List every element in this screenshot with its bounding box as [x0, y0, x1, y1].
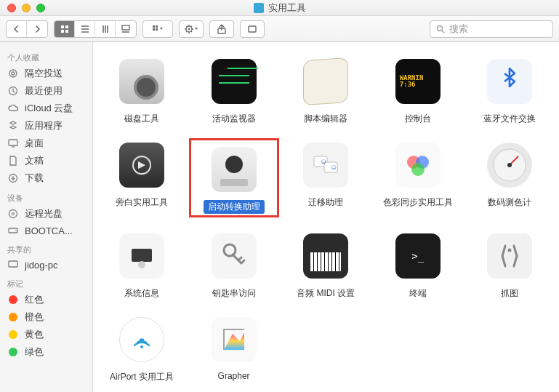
sidebar-item-label: 下载 [25, 172, 44, 185]
svg-rect-34 [132, 249, 152, 262]
midi-app-icon [299, 230, 352, 282]
sidebar-section-label: 标记 [0, 277, 92, 291]
svg-point-15 [12, 72, 15, 75]
app-item[interactable]: WARNIN 7:36控制台 [374, 55, 462, 126]
svg-rect-7 [153, 28, 155, 31]
arrange-button[interactable] [143, 21, 172, 37]
svg-rect-23 [9, 261, 17, 267]
svg-point-33 [507, 163, 512, 167]
app-label: 活动监视器 [208, 112, 260, 126]
app-item[interactable]: 音频 MIDI 设置 [281, 230, 370, 300]
bt-app-icon [483, 55, 536, 108]
grapher-app-icon [208, 313, 260, 366]
app-label: AirPort 实用工具 [105, 370, 178, 384]
app-label: 控制台 [401, 112, 435, 126]
sidebar-item-label: 应用程序 [25, 119, 63, 132]
app-item[interactable]: 钥匙串访问 [190, 230, 278, 300]
console-app-icon: WARNIN 7:36 [392, 55, 444, 108]
gallery-view-button[interactable] [116, 21, 136, 37]
tag-icon [7, 346, 19, 358]
sidebar-item[interactable]: iCloud 云盘 [0, 100, 92, 117]
sidebar-section-label: 设备 [0, 191, 92, 205]
airport-app-icon [116, 313, 168, 366]
app-label: Grapher [214, 370, 254, 382]
app-item[interactable]: 脚本编辑器 [281, 55, 370, 126]
sidebar-item[interactable]: BOOTCA... [0, 223, 92, 239]
svg-rect-12 [249, 26, 256, 32]
sidebar-item[interactable]: 最近使用 [0, 82, 92, 100]
svg-point-31 [411, 163, 425, 176]
sidebar-item[interactable]: 桌面 [0, 135, 92, 152]
app-item[interactable]: 磁盘工具 [97, 55, 186, 126]
share-button[interactable] [209, 20, 234, 38]
app-item[interactable]: 色彩同步实用工具 [374, 139, 462, 217]
back-button[interactable] [7, 21, 27, 37]
meter-app-icon [483, 139, 536, 191]
toolbar: 搜索 [0, 16, 559, 42]
app-item[interactable]: Grapher [190, 313, 278, 384]
app-item[interactable]: AirPort 实用工具 [97, 313, 186, 384]
action-button[interactable] [179, 20, 204, 38]
svg-point-22 [15, 230, 17, 231]
keychain-app-icon [208, 230, 260, 282]
search-placeholder: 搜索 [449, 23, 468, 36]
sidebar-item[interactable]: 红色 [0, 291, 92, 308]
boot-app-icon [208, 143, 260, 196]
sidebar-item[interactable]: 应用程序 [0, 117, 92, 135]
sidebar-item-label: iCloud 云盘 [25, 102, 73, 115]
sidebar-item[interactable]: 橙色 [0, 308, 92, 326]
app-item[interactable]: 活动监视器 [190, 55, 278, 126]
disc-icon [7, 208, 19, 220]
sidebar-item[interactable]: 远程光盘 [0, 205, 92, 223]
sidebar-item-label: 黄色 [25, 328, 44, 341]
svg-rect-4 [122, 25, 129, 30]
app-label: 音频 MIDI 设置 [292, 287, 359, 300]
folder-icon [254, 3, 264, 13]
svg-rect-8 [156, 28, 158, 31]
window-title-text: 实用工具 [268, 1, 306, 15]
svg-rect-3 [65, 30, 68, 33]
sidebar-item[interactable]: 下载 [0, 169, 92, 187]
airdrop-icon [7, 68, 19, 79]
content-area: 磁盘工具活动监视器脚本编辑器WARNIN 7:36控制台蓝牙文件交换旁白实用工具… [93, 42, 559, 392]
app-item[interactable]: 数码测色计 [465, 139, 554, 217]
sidebar-item-label: 远程光盘 [25, 207, 63, 220]
app-item[interactable]: 蓝牙文件交换 [465, 55, 554, 126]
sidebar-item[interactable]: 黄色 [0, 326, 92, 343]
sysinfo-app-icon [116, 230, 168, 282]
forward-button[interactable] [27, 21, 47, 37]
app-item[interactable]: 系统信息 [97, 230, 186, 300]
svg-rect-0 [61, 25, 64, 28]
activity-app-icon [208, 55, 260, 108]
tags-button[interactable] [240, 20, 265, 38]
search-field[interactable]: 搜索 [430, 20, 553, 38]
sidebar-item[interactable]: 文稿 [0, 152, 92, 169]
app-item[interactable]: 抓图 [465, 230, 554, 300]
sidebar-item[interactable]: 绿色 [0, 343, 92, 361]
sidebar-item-label: jidog-pc [25, 260, 58, 271]
app-item[interactable]: >_终端 [374, 230, 462, 300]
app-label: 蓝牙文件交换 [479, 112, 540, 126]
column-view-button[interactable] [95, 21, 116, 37]
migrate-app-icon: ☺☺ [299, 139, 352, 191]
sidebar-item[interactable]: jidog-pc [0, 257, 92, 273]
list-view-button[interactable] [75, 21, 95, 37]
app-label: 旁白实用工具 [111, 196, 172, 209]
app-label: 迁移助理 [304, 196, 347, 209]
sidebar-item[interactable]: 隔空投送 [0, 65, 92, 82]
sidebar-section-label: 共享的 [0, 243, 92, 257]
disk-app-icon [116, 55, 168, 108]
desktop-icon [7, 137, 19, 149]
icon-view-button[interactable] [55, 21, 75, 37]
sidebar: 个人收藏隔空投送最近使用iCloud 云盘应用程序桌面文稿下载设备远程光盘BOO… [0, 42, 93, 392]
sidebar-item-label: BOOTCA... [25, 225, 73, 236]
downloads-icon [7, 172, 19, 184]
sidebar-item-label: 橙色 [25, 311, 44, 324]
svg-point-20 [12, 213, 15, 215]
app-item[interactable]: 启动转换助理 [190, 139, 278, 217]
window-title: 实用工具 [0, 1, 559, 15]
cloud-icon [7, 103, 19, 114]
drive-icon [7, 225, 19, 236]
app-item[interactable]: ☺☺迁移助理 [281, 139, 370, 217]
app-item[interactable]: 旁白实用工具 [97, 139, 186, 217]
